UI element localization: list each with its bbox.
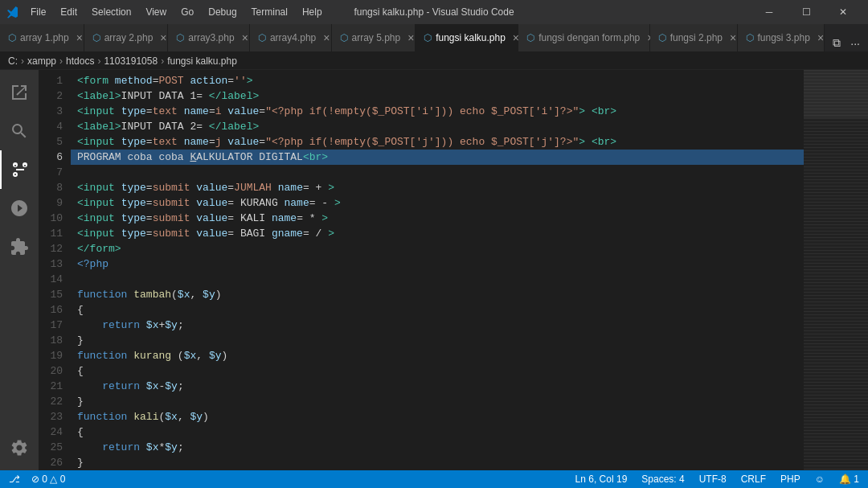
menu-go[interactable]: Go — [174, 5, 200, 19]
smiley-icon[interactable]: ☺ — [813, 474, 827, 485]
spaces-status[interactable]: Spaces: 4 — [639, 474, 686, 485]
activity-bar — [0, 70, 39, 470]
tab-close-icon[interactable]: × — [242, 31, 248, 44]
activity-scm-icon[interactable] — [0, 150, 39, 189]
php-file-icon: ⬡ — [658, 32, 666, 43]
minimap-content — [804, 70, 868, 470]
breadcrumb-c[interactable]: C: — [8, 55, 18, 67]
activity-settings-icon[interactable] — [0, 429, 39, 467]
window-title: fungsi kalku.php - Visual Studio Code — [354, 6, 514, 18]
titlebar-menu: File Edit Selection View Go Debug Termin… — [24, 5, 329, 19]
tab-label: array 1.php — [20, 32, 69, 43]
menu-help[interactable]: Help — [296, 5, 329, 19]
minimize-button[interactable]: ─ — [751, 0, 788, 24]
editor-area[interactable]: 12345 6 7891011 1213141516 1718192021 22… — [39, 70, 868, 470]
tab-label: fungsi 2.php — [670, 32, 723, 43]
breadcrumb: C: › xampp › htdocs › 1103191058 › fungs… — [0, 52, 868, 70]
breadcrumb-sep: › — [21, 55, 24, 67]
menu-terminal[interactable]: Terminal — [245, 5, 294, 19]
breadcrumb-sep: › — [97, 55, 100, 67]
split-editor-icon[interactable]: ⧉ — [829, 35, 844, 51]
code-editor[interactable]: <form method=POST action=''> <label>INPU… — [71, 70, 804, 470]
activity-search-icon[interactable] — [0, 112, 39, 150]
line-numbers: 12345 6 7891011 1213141516 1718192021 22… — [39, 70, 71, 470]
php-file-icon: ⬡ — [424, 32, 432, 43]
tab-label: array 5.php — [352, 32, 401, 43]
tab-label: array4.php — [270, 32, 316, 43]
tab-bar: ⬡ array 1.php × ⬡ array 2.php × ⬡ array3… — [0, 24, 868, 52]
breadcrumb-file[interactable]: fungsi kalku.php — [167, 55, 237, 67]
errors-status[interactable]: ⊘ 0 △ 0 — [29, 474, 68, 485]
tab-label: array3.php — [188, 32, 234, 43]
titlebar-left: File Edit Selection View Go Debug Termin… — [6, 5, 329, 19]
tab-close-icon[interactable]: × — [817, 31, 824, 44]
language-status[interactable]: PHP — [778, 474, 803, 485]
git-branch-status[interactable]: ⎇ — [6, 474, 23, 485]
breadcrumb-sep: › — [59, 55, 63, 67]
maximize-button[interactable]: ☐ — [788, 0, 825, 24]
tab-fungsi-form[interactable]: ⬡ fungsi dengan form.php × — [518, 24, 649, 51]
php-file-icon: ⬡ — [746, 32, 754, 43]
tab-label: fungsi dengan form.php — [538, 32, 640, 43]
php-file-icon: ⬡ — [258, 32, 266, 43]
breadcrumb-htdocs[interactable]: htdocs — [66, 55, 94, 67]
tab-array2[interactable]: ⬡ array 2.php × — [84, 24, 169, 51]
menu-selection[interactable]: Selection — [85, 5, 137, 19]
line-ending-status[interactable]: CRLF — [739, 474, 768, 485]
tab-close-icon[interactable]: × — [160, 31, 166, 44]
tab-array3[interactable]: ⬡ array3.php × — [168, 24, 250, 51]
php-file-icon: ⬡ — [176, 32, 184, 43]
php-file-icon: ⬡ — [92, 32, 100, 43]
status-bar: ⎇ ⊘ 0 △ 0 Ln 6, Col 19 Spaces: 4 UTF-8 C… — [0, 470, 868, 488]
activity-explorer-icon[interactable] — [0, 73, 39, 112]
tab-fungsi2[interactable]: ⬡ fungsi 2.php × — [650, 24, 738, 51]
activity-extensions-icon[interactable] — [0, 228, 39, 266]
tab-array5[interactable]: ⬡ array 5.php × — [332, 24, 416, 51]
tab-fungsi-kalku[interactable]: ⬡ fungsi kalku.php × — [416, 24, 518, 51]
close-button[interactable]: ✕ — [825, 0, 862, 24]
menu-file[interactable]: File — [24, 5, 52, 19]
more-tabs-icon[interactable]: ··· — [847, 35, 863, 51]
activity-bottom — [0, 429, 39, 467]
cursor-position-status[interactable]: Ln 6, Col 19 — [573, 474, 630, 485]
breadcrumb-xampp[interactable]: xampp — [27, 55, 56, 67]
vscode-logo-icon — [6, 6, 19, 18]
main-area: 12345 6 7891011 1213141516 1718192021 22… — [0, 70, 868, 470]
statusbar-right: Ln 6, Col 19 Spaces: 4 UTF-8 CRLF PHP ☺ … — [573, 474, 862, 485]
tab-array1[interactable]: ⬡ array 1.php × — [0, 24, 84, 51]
tab-close-icon[interactable]: × — [730, 31, 736, 44]
php-file-icon: ⬡ — [8, 32, 16, 43]
tab-fungsi3[interactable]: ⬡ fungsi 3.php × — [738, 24, 825, 51]
minimap — [804, 70, 868, 470]
menu-edit[interactable]: Edit — [54, 5, 84, 19]
tab-label: fungsi 3.php — [758, 32, 810, 43]
breadcrumb-folder[interactable]: 1103191058 — [104, 55, 158, 67]
notifications-icon[interactable]: 🔔 1 — [837, 474, 862, 485]
tab-close-icon[interactable]: × — [323, 31, 330, 44]
tab-label: array 2.php — [104, 32, 154, 43]
activity-debug-icon[interactable] — [0, 189, 39, 228]
tab-array4[interactable]: ⬡ array4.php × — [250, 24, 332, 51]
tabbar-extras: ⧉ ··· — [825, 35, 868, 51]
tab-close-icon[interactable]: × — [76, 31, 83, 44]
menu-debug[interactable]: Debug — [202, 5, 243, 19]
titlebar: File Edit Selection View Go Debug Termin… — [0, 0, 868, 24]
encoding-status[interactable]: UTF-8 — [697, 474, 729, 485]
breadcrumb-sep: › — [161, 55, 164, 67]
window-controls: ─ ☐ ✕ — [751, 0, 862, 24]
php-file-icon: ⬡ — [526, 32, 534, 43]
statusbar-left: ⎇ ⊘ 0 △ 0 — [6, 474, 68, 485]
tab-label: fungsi kalku.php — [436, 32, 506, 43]
minimap-slider[interactable] — [804, 70, 868, 118]
menu-view[interactable]: View — [139, 5, 173, 19]
tab-close-icon[interactable]: × — [407, 31, 414, 44]
php-file-icon: ⬡ — [340, 32, 348, 43]
